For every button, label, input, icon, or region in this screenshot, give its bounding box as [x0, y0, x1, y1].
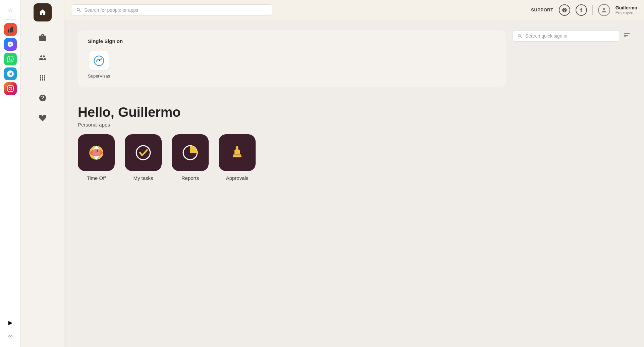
time-off-icon	[78, 134, 115, 171]
sso-apps: SuperVisas	[88, 51, 496, 79]
sso-title: Single Sign on	[88, 38, 496, 44]
dock-play-icon[interactable]: ▶	[4, 316, 17, 329]
dock-whatsapp[interactable]	[4, 53, 17, 65]
user-info: Guillermo Employee	[615, 5, 637, 15]
time-off-label: Time Off	[87, 175, 106, 181]
sidebar-item-help[interactable]	[34, 89, 52, 107]
sidebar-item-tools[interactable]	[34, 29, 52, 47]
svg-rect-9	[236, 146, 238, 150]
svg-point-4	[136, 146, 150, 160]
main-search-placeholder: Search for people or apps	[84, 7, 138, 13]
reports-label: Reports	[181, 175, 199, 181]
topbar-right: SUPPORT Guillermo Employee	[531, 4, 637, 16]
topbar-divider	[592, 5, 593, 15]
app-card-my-tasks[interactable]: My tasks	[125, 134, 162, 181]
dock-heart-icon[interactable]: ♡	[4, 331, 17, 344]
user-name: Guillermo	[615, 5, 637, 10]
sso-row: Single Sign on SuperVisas	[78, 30, 631, 97]
dock-telegram[interactable]	[4, 67, 17, 80]
dock-star-icon[interactable]: ☆	[4, 3, 17, 16]
sidebar-item-add-apps[interactable]	[34, 69, 52, 87]
quick-search-icon	[518, 34, 523, 39]
main-sidebar	[21, 0, 64, 347]
app-card-approvals[interactable]: Approvals	[219, 134, 256, 181]
quick-signin-placeholder: Search quick sign in	[525, 33, 567, 39]
dock-divider-1	[5, 19, 15, 20]
sidebar-item-home[interactable]	[34, 3, 52, 21]
dock-instagram[interactable]	[4, 82, 17, 95]
main-content: Single Sign on SuperVisas	[64, 20, 644, 347]
topbar: Search for people or apps SUPPORT Guille…	[64, 0, 644, 20]
sidebar-item-benefits[interactable]	[34, 109, 52, 127]
sso-app-supervisas[interactable]: SuperVisas	[88, 51, 110, 79]
approvals-icon	[219, 134, 256, 171]
personal-apps-grid: Time Off My tasks	[78, 134, 631, 181]
my-tasks-label: My tasks	[133, 175, 153, 181]
app-dock: ☆ ▶ ♡	[0, 0, 21, 347]
approvals-label: Approvals	[226, 175, 249, 181]
svg-point-0	[94, 56, 104, 66]
main-search[interactable]: Search for people or apps	[71, 4, 272, 16]
quick-signin-search[interactable]: Search quick sign in	[513, 30, 620, 42]
dock-messenger[interactable]	[4, 38, 17, 51]
quick-signin-container: Search quick sign in	[513, 30, 631, 42]
app-card-reports[interactable]: Reports	[172, 134, 209, 181]
accessibility-icon-btn[interactable]	[576, 4, 587, 16]
supervisas-icon	[89, 51, 109, 71]
svg-point-1	[99, 59, 100, 61]
sidebar-item-people[interactable]	[34, 49, 52, 67]
dock-rippling[interactable]	[4, 23, 17, 36]
hello-section: Hello, Guillermo Personal apps Time Off	[78, 105, 631, 181]
supervisas-name: SuperVisas	[88, 73, 110, 79]
quick-signin-bar: Search quick sign in	[513, 30, 631, 42]
personal-apps-label: Personal apps	[78, 122, 631, 128]
svg-rect-6	[233, 155, 241, 157]
reports-icon	[172, 134, 209, 171]
app-card-time-off[interactable]: Time Off	[78, 134, 115, 181]
filter-icon[interactable]	[623, 32, 631, 41]
sidebar-divider-1	[36, 25, 49, 25]
search-icon	[76, 7, 82, 13]
sso-section: Single Sign on SuperVisas	[78, 30, 506, 87]
user-role: Employee	[615, 10, 637, 15]
my-tasks-icon	[125, 134, 162, 171]
svg-point-3	[97, 150, 98, 152]
support-label: SUPPORT	[531, 7, 553, 12]
user-avatar[interactable]	[598, 4, 610, 16]
help-icon-btn[interactable]	[559, 4, 570, 16]
dock-bottom: ▶ ♡	[4, 316, 17, 344]
svg-rect-8	[233, 154, 241, 155]
hello-title: Hello, Guillermo	[78, 105, 631, 120]
